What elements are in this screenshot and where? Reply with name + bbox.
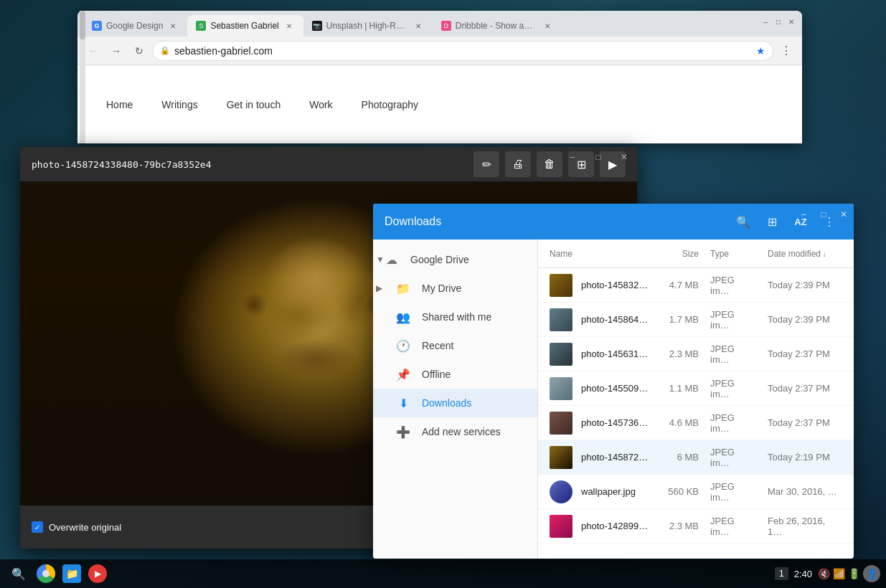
edit-button[interactable]: ✏ [473, 151, 499, 177]
tab-unsplash[interactable]: 📷 Unsplash | High-Resolu… ✕ [303, 15, 433, 37]
offline-icon: 📌 [396, 367, 410, 381]
tab-favicon-sg: S [196, 21, 206, 31]
file-type: JPEG im… [699, 309, 756, 331]
sidebar-item-google-drive[interactable]: ▼ ☁ Google Drive [373, 245, 537, 274]
image-viewer-titlebar: photo-1458724338480-79bc7a8352e4 ✏ 🖨 🗑 ⊞… [20, 147, 637, 181]
wifi-icon[interactable]: 📶 [833, 568, 845, 579]
downloads-search-button[interactable]: 🔍 [730, 209, 756, 234]
my-drive-expand-icon: ▶ [376, 283, 382, 293]
overwrite-checkbox[interactable]: ✓ Overwrite original [32, 521, 121, 533]
chrome-menu-button[interactable]: ⋮ [776, 41, 796, 61]
downloads-window-controls: – □ ✕ [793, 204, 854, 225]
chrome-minimize-button[interactable]: – [760, 16, 770, 27]
taskbar-search-button[interactable]: 🔍 [6, 564, 32, 584]
col-header-date[interactable]: Date modified [756, 249, 842, 259]
sidebar-label-add-services: Add new services [422, 426, 501, 437]
chrome-icon [37, 564, 55, 583]
nav-home[interactable]: Home [106, 99, 133, 110]
file-row[interactable]: photo-1456318019777-c… 2.3 MB JPEG im… T… [538, 337, 854, 371]
mute-icon[interactable]: 🔇 [818, 568, 830, 579]
file-row[interactable]: photo-1457369804613-5… 4.6 MB JPEG im… T… [538, 406, 854, 440]
sidebar-item-shared-with-me[interactable]: 👥 Shared with me [373, 303, 537, 331]
chrome-titlebar: G Google Design ✕ S Sebastien Gabriel ✕ … [77, 11, 802, 37]
delete-button[interactable]: 🗑 [537, 151, 562, 177]
red-app-icon: ▶ [88, 564, 107, 583]
file-row[interactable]: photo-1458724338480-7… 6 MB JPEG im… Tod… [538, 440, 854, 475]
sidebar-item-recent[interactable]: 🕐 Recent [373, 331, 537, 360]
tab-close-dr[interactable]: ✕ [542, 20, 553, 32]
sidebar-item-offline[interactable]: 📌 Offline [373, 360, 537, 389]
tab-sebastien[interactable]: S Sebastien Gabriel ✕ [187, 15, 303, 37]
tab-google-design[interactable]: G Google Design ✕ [83, 15, 187, 37]
reload-button[interactable]: ↻ [129, 41, 149, 61]
chrome-scrollbar-thumb [80, 11, 85, 39]
sidebar-section-drive: ▼ ☁ Google Drive ▶ 📁 My Drive 👥 Shared w… [373, 245, 537, 446]
bookmark-star-icon[interactable]: ★ [756, 45, 765, 57]
checkbox-checked-icon: ✓ [32, 521, 43, 533]
nav-writings[interactable]: Writings [161, 99, 197, 110]
file-name: photo-1458724338480-7… [581, 452, 649, 463]
file-name: photo-1458324124043-7… [581, 280, 649, 290]
shared-icon: 👥 [396, 310, 410, 324]
chrome-toolbar: ← → ↻ 🔒 sebastien-gabriel.com ★ ⋮ [77, 37, 802, 65]
image-viewer-maximize-button[interactable]: □ [585, 147, 611, 167]
file-size: 2.3 MB [649, 348, 699, 359]
chrome-close-button[interactable]: ✕ [786, 16, 796, 27]
tab-close-gd[interactable]: ✕ [167, 20, 179, 32]
battery-icon[interactable]: 🔋 [848, 568, 860, 579]
chrome-scrollbar[interactable] [80, 11, 85, 143]
file-row[interactable]: photo-1428999418909-3… 2.3 MB JPEG im… F… [538, 509, 854, 544]
file-type: JPEG im… [699, 516, 756, 537]
file-row[interactable]: photo-1458640904116-0… 1.7 MB JPEG im… T… [538, 303, 854, 337]
tab-favicon-un: 📷 [312, 21, 322, 31]
tab-dribbble[interactable]: D Dribbble - Show and tel… ✕ [433, 15, 562, 37]
sidebar-item-my-drive[interactable]: ▶ 📁 My Drive [373, 274, 537, 303]
downloads-minimize-button[interactable]: – [793, 204, 814, 225]
tab-title-sg: Sebastien Gabriel [210, 21, 278, 31]
file-size: 2.3 MB [649, 521, 699, 531]
nav-get-in-touch[interactable]: Get in touch [227, 99, 281, 110]
downloads-panel: Downloads 🔍 ⊞ AZ ⋮ – □ ✕ ▼ ☁ Google [373, 204, 854, 559]
tab-close-un[interactable]: ✕ [413, 20, 424, 32]
tab-close-sg[interactable]: ✕ [283, 20, 295, 32]
files-icon: 📁 [62, 564, 81, 583]
forward-button[interactable]: → [106, 41, 126, 61]
file-thumbnail [550, 515, 572, 538]
file-row[interactable]: wallpaper.jpg 560 KB JPEG im… Mar 30, 20… [538, 475, 854, 509]
nav-photography[interactable]: Photography [362, 99, 418, 110]
file-type: JPEG im… [699, 343, 756, 365]
file-size: 1.7 MB [649, 314, 699, 325]
taskbar: 🔍 📁 ▶ 1 2:40 🔇 📶 🔋 👤 [0, 559, 886, 588]
downloads-maximize-button[interactable]: □ [814, 204, 834, 225]
file-name: photo-1456318019777-c… [581, 348, 649, 359]
taskbar-chrome-app[interactable] [34, 562, 57, 585]
taskbar-files-app[interactable]: 📁 [60, 562, 83, 585]
image-viewer-close-button[interactable]: ✕ [611, 147, 637, 167]
back-button[interactable]: ← [83, 41, 103, 61]
nav-work[interactable]: Work [309, 99, 332, 110]
print-button[interactable]: 🖨 [505, 151, 531, 177]
file-date: Today 2:37 PM [756, 417, 842, 428]
image-viewer-minimize-button[interactable]: – [560, 147, 585, 167]
sidebar-item-downloads[interactable]: ⬇ Downloads [373, 389, 537, 417]
user-avatar[interactable]: 👤 [863, 565, 880, 582]
downloads-close-button[interactable]: ✕ [834, 204, 854, 225]
file-name: photo-1457369804613-5… [581, 417, 649, 428]
website-navigation: Home Writings Get in touch Work Photogra… [106, 99, 418, 110]
chrome-maximize-button[interactable]: □ [773, 16, 783, 27]
file-type: JPEG im… [699, 481, 756, 503]
file-size: 1.1 MB [649, 383, 699, 394]
sidebar-label-google-drive: Google Drive [410, 254, 469, 265]
downloads-filelist: Name Size Type Date modified photo-14583… [538, 240, 854, 559]
sidebar-item-add-services[interactable]: ➕ Add new services [373, 417, 537, 446]
downloads-sidebar: ▼ ☁ Google Drive ▶ 📁 My Drive 👥 Shared w… [373, 240, 538, 559]
file-row[interactable]: photo-1455098934982-6… 1.1 MB JPEG im… T… [538, 371, 854, 406]
tab-favicon-dr: D [441, 21, 451, 31]
address-bar[interactable]: 🔒 sebastien-gabriel.com ★ [152, 41, 773, 61]
file-row[interactable]: photo-1458324124043-7… 4.7 MB JPEG im… T… [538, 268, 854, 303]
downloads-grid-button[interactable]: ⊞ [759, 209, 785, 234]
add-services-icon: ➕ [396, 425, 410, 439]
file-size: 6 MB [649, 452, 699, 463]
sidebar-label-offline: Offline [422, 369, 451, 380]
taskbar-red-app[interactable]: ▶ [86, 562, 109, 585]
